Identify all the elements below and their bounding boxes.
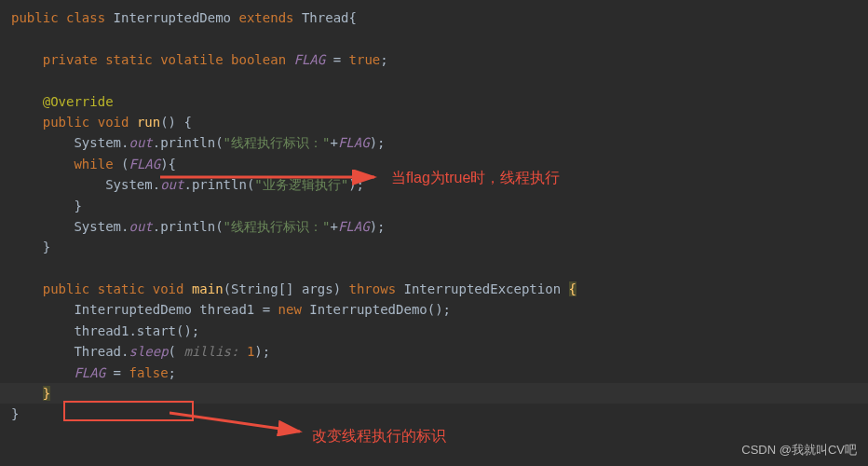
string-literal: "线程执行标识：" bbox=[224, 219, 331, 234]
end: ); bbox=[348, 177, 364, 192]
field-flag: FLAG bbox=[338, 135, 370, 150]
paren: ( bbox=[114, 157, 129, 171]
keyword-public: public bbox=[11, 10, 59, 25]
ctor: InterruptedDemo(); bbox=[302, 302, 451, 317]
keyword-public: public bbox=[43, 115, 90, 130]
keyword-while: while bbox=[74, 157, 113, 171]
code-line-20[interactable]: } bbox=[0, 404, 868, 424]
brace: { bbox=[349, 10, 357, 25]
code-line-6[interactable]: public void run() { bbox=[0, 112, 868, 132]
brace-open-highlight: { bbox=[569, 281, 576, 296]
code-line-7[interactable]: System.out.println("线程执行标识："+FLAG); bbox=[0, 132, 868, 153]
keyword-private: private bbox=[43, 52, 98, 67]
code-line-1[interactable]: public class InterruptedDemo extends Thr… bbox=[0, 7, 868, 28]
keyword-true: true bbox=[349, 52, 381, 67]
keyword-void: void bbox=[153, 281, 184, 296]
type-thread: Thread bbox=[302, 10, 349, 25]
brace-close: } bbox=[43, 240, 50, 254]
field-out: out bbox=[129, 135, 152, 150]
code-line-12[interactable]: } bbox=[0, 237, 868, 257]
field-out: out bbox=[129, 219, 152, 234]
plus: + bbox=[330, 135, 337, 150]
field-flag: FLAG bbox=[338, 219, 370, 234]
start-call: thread1.start(); bbox=[74, 323, 199, 338]
end: ); bbox=[254, 344, 270, 359]
string-literal: "业务逻辑执行" bbox=[254, 177, 348, 192]
eq: = bbox=[325, 52, 348, 67]
method-main: main bbox=[192, 281, 224, 296]
end: ); bbox=[370, 219, 386, 234]
system: System. bbox=[105, 177, 160, 192]
code-line-15[interactable]: InterruptedDemo thread1 = new Interrupte… bbox=[0, 299, 868, 320]
paren: ( bbox=[169, 344, 184, 359]
class-name: InterruptedDemo bbox=[114, 10, 231, 25]
system: System. bbox=[74, 219, 129, 234]
annotation-text-2: 改变线程执行的标识 bbox=[312, 424, 446, 448]
param-hint-millis: millis: bbox=[183, 344, 246, 359]
keyword-void: void bbox=[98, 115, 129, 130]
string-literal: "线程执行标识：" bbox=[224, 135, 331, 150]
keyword-false: false bbox=[129, 365, 168, 380]
method-run: run bbox=[137, 115, 160, 130]
decl: InterruptedDemo thread1 = bbox=[74, 302, 278, 317]
system: System. bbox=[74, 135, 129, 150]
println: .println( bbox=[183, 177, 254, 192]
close: ){ bbox=[160, 157, 176, 171]
code-line-blank[interactable] bbox=[0, 258, 868, 279]
end: ); bbox=[370, 135, 386, 150]
exception: InterruptedException bbox=[396, 281, 568, 296]
annotation-text-1: 当flag为true时，线程执行 bbox=[391, 166, 560, 190]
println: .println( bbox=[153, 135, 224, 150]
code-line-10[interactable]: } bbox=[0, 196, 868, 216]
code-line-14[interactable]: public static void main(String[] args) t… bbox=[0, 279, 868, 299]
code-line-19[interactable]: } bbox=[0, 383, 868, 404]
field-out: out bbox=[160, 177, 183, 192]
code-line-3[interactable]: private static volatile boolean FLAG = t… bbox=[0, 49, 868, 70]
code-line-blank[interactable] bbox=[0, 70, 868, 90]
code-line-18[interactable]: FLAG = false; bbox=[0, 363, 868, 383]
paren: () { bbox=[160, 115, 192, 130]
watermark: CSDN @我就叫CV吧 bbox=[741, 441, 857, 460]
code-line-16[interactable]: thread1.start(); bbox=[0, 321, 868, 341]
thread: Thread. bbox=[74, 344, 129, 359]
semi: ; bbox=[169, 365, 176, 380]
brace-close: } bbox=[11, 406, 19, 421]
field-flag: FLAG bbox=[74, 365, 105, 380]
keyword-static: static bbox=[105, 52, 153, 67]
keyword-class: class bbox=[66, 10, 105, 25]
println: .println( bbox=[153, 219, 224, 234]
code-line-11[interactable]: System.out.println("线程执行标识："+FLAG); bbox=[0, 216, 868, 237]
keyword-new: new bbox=[278, 302, 302, 317]
eq: = bbox=[105, 365, 129, 380]
method-sleep: sleep bbox=[129, 344, 168, 359]
code-line-17[interactable]: Thread.sleep( millis: 1); bbox=[0, 341, 868, 362]
keyword-throws: throws bbox=[348, 281, 396, 296]
semi: ; bbox=[380, 52, 387, 67]
field-flag: FLAG bbox=[294, 52, 326, 67]
keyword-boolean: boolean bbox=[231, 52, 286, 67]
args: (String[] args) bbox=[224, 281, 349, 296]
code-line-5[interactable]: @Override bbox=[0, 91, 868, 112]
field-flag: FLAG bbox=[129, 157, 160, 171]
brace-close-highlight: } bbox=[43, 386, 50, 401]
keyword-static: static bbox=[98, 281, 145, 296]
keyword-volatile: volatile bbox=[160, 52, 223, 67]
brace-close: } bbox=[74, 199, 81, 213]
annotation-override: @Override bbox=[43, 94, 114, 109]
code-line-blank[interactable] bbox=[0, 28, 868, 48]
plus: + bbox=[330, 219, 337, 234]
keyword-public: public bbox=[43, 281, 90, 296]
keyword-extends: extends bbox=[238, 10, 293, 25]
